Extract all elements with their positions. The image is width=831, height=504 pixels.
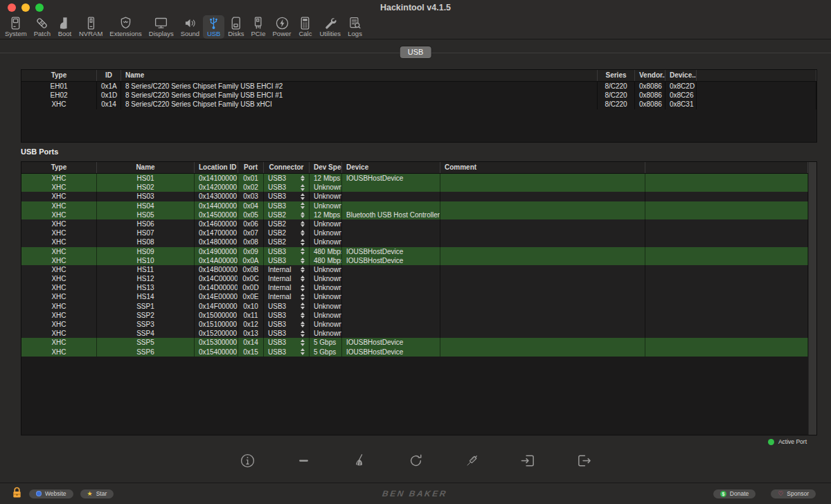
usb-port-row[interactable]: XHC HS06 0x14600000 0x06 USB2 Unknown bbox=[21, 219, 808, 228]
usb-port-row[interactable]: XHC HS03 0x14300000 0x03 USB3 Unknown bbox=[21, 192, 808, 201]
inject-button[interactable] bbox=[461, 450, 482, 471]
port-number: 0x11 bbox=[238, 311, 264, 320]
toolbar-item-usb[interactable]: USB bbox=[203, 15, 224, 39]
column-header-id[interactable]: ID bbox=[97, 70, 121, 81]
port-dev-speed: 480 Mbps bbox=[310, 256, 342, 265]
toolbar-item-disks[interactable]: Disks bbox=[224, 15, 247, 39]
port-number: 0x04 bbox=[238, 201, 264, 210]
connector-dropdown[interactable]: USB3 bbox=[264, 183, 310, 192]
usb-port-row[interactable]: XHC SSP3 0x15100000 0x12 USB3 Unknown bbox=[21, 320, 808, 329]
usb-port-row[interactable]: XHC HS01 0x14100000 0x01 USB3 12 Mbps IO… bbox=[21, 174, 808, 183]
port-location-id: 0x15300000 bbox=[195, 338, 238, 347]
column-header-type[interactable]: Type bbox=[21, 70, 97, 81]
connector-dropdown[interactable]: USB3 bbox=[264, 348, 310, 357]
column-header-location[interactable]: Location ID bbox=[195, 162, 238, 173]
toolbar-item-system[interactable]: System bbox=[1, 15, 30, 39]
import-button[interactable] bbox=[517, 450, 538, 471]
usb-port-row[interactable]: XHC HS11 0x14B00000 0x0B Internal Unknow… bbox=[21, 265, 808, 274]
usb-port-row[interactable]: XHC HS13 0x14D00000 0x0D Internal Unknow… bbox=[21, 283, 808, 292]
column-header-type[interactable]: Type bbox=[21, 162, 97, 173]
connector-dropdown[interactable]: Internal bbox=[264, 283, 310, 292]
column-header-vendor[interactable]: Vendor... bbox=[635, 70, 665, 81]
remove-port-button[interactable] bbox=[293, 450, 314, 471]
usb-port-row[interactable]: XHC SSP5 0x15300000 0x14 USB3 5 Gbps IOU… bbox=[21, 338, 808, 347]
usb-port-row[interactable]: XHC HS05 0x14500000 0x05 USB2 12 Mbps Bl… bbox=[21, 210, 808, 219]
toolbar-item-sound[interactable]: Sound bbox=[177, 15, 203, 39]
connector-dropdown[interactable]: USB3 bbox=[264, 329, 310, 338]
connector-dropdown[interactable]: Internal bbox=[264, 292, 310, 301]
port-number: 0x15 bbox=[238, 348, 264, 357]
toolbar-item-extensions[interactable]: Extensions bbox=[106, 15, 145, 39]
toolbar-item-utilities[interactable]: Utilities bbox=[316, 15, 344, 39]
toolbar-item-boot[interactable]: Boot bbox=[54, 15, 75, 39]
star-button[interactable]: ★ Star bbox=[80, 489, 114, 498]
refresh-button[interactable] bbox=[405, 450, 426, 471]
connector-dropdown[interactable]: USB3 bbox=[264, 311, 310, 320]
toolbar-item-pcie[interactable]: PCIe bbox=[247, 15, 269, 39]
toolbar-item-calc[interactable]: Calc bbox=[294, 15, 316, 39]
column-header-connector[interactable]: Connector bbox=[264, 162, 310, 173]
toolbar-item-patch[interactable]: Patch bbox=[30, 15, 54, 39]
port-location-id: 0x14200000 bbox=[195, 183, 238, 192]
usb-port-row[interactable]: XHC HS09 0x14900000 0x09 USB3 480 Mbps I… bbox=[21, 247, 808, 256]
sponsor-button[interactable]: ♡ Sponsor bbox=[771, 489, 816, 498]
usb-port-row[interactable]: XHC HS12 0x14C00000 0x0C Internal Unknow… bbox=[21, 274, 808, 283]
toolbar-item-displays[interactable]: Displays bbox=[145, 15, 177, 39]
connector-dropdown[interactable]: USB3 bbox=[264, 247, 310, 256]
usb-port-row[interactable]: XHC SSP1 0x14F00000 0x10 USB3 Unknown bbox=[21, 302, 808, 311]
usb-port-row[interactable]: XHC SSP6 0x15400000 0x15 USB3 5 Gbps IOU… bbox=[21, 348, 808, 357]
toolbar-item-logs[interactable]: Logs bbox=[344, 15, 366, 39]
website-button[interactable]: Website bbox=[29, 489, 73, 498]
vertical-scrollbar[interactable] bbox=[808, 162, 816, 435]
connector-dropdown[interactable]: USB3 bbox=[264, 174, 310, 183]
connector-dropdown[interactable]: USB3 bbox=[264, 320, 310, 329]
connector-dropdown[interactable]: USB3 bbox=[264, 201, 310, 210]
controller-row[interactable]: EH01 0x1A 8 Series/C220 Series Chipset F… bbox=[21, 82, 816, 91]
port-type: XHC bbox=[21, 219, 97, 228]
connector-dropdown[interactable]: USB3 bbox=[264, 302, 310, 311]
usb-port-row[interactable]: XHC HS07 0x14700000 0x07 USB2 Unknown bbox=[21, 228, 808, 237]
connector-dropdown[interactable]: USB3 bbox=[264, 256, 310, 265]
connector-dropdown[interactable]: USB2 bbox=[264, 210, 310, 219]
usb-port-row[interactable]: XHC SSP4 0x15200000 0x13 USB3 Unknown bbox=[21, 329, 808, 338]
toolbar-item-power[interactable]: Power bbox=[269, 15, 295, 39]
column-header-dev-speed[interactable]: Dev Speed bbox=[310, 162, 342, 173]
controller-row[interactable]: XHC 0x14 8 Series/C220 Series Chipset Fa… bbox=[21, 100, 816, 109]
toolbar-item-nvram[interactable]: NVRAM bbox=[75, 15, 106, 39]
connector-dropdown[interactable]: Internal bbox=[264, 274, 310, 283]
controller-row[interactable]: EH02 0x1D 8 Series/C220 Series Chipset F… bbox=[21, 91, 816, 100]
port-comment bbox=[440, 311, 645, 320]
usb-port-row[interactable]: XHC HS08 0x14800000 0x08 USB2 Unknown bbox=[21, 237, 808, 246]
column-header-comment[interactable]: Comment bbox=[440, 162, 645, 173]
lock-icon[interactable] bbox=[12, 486, 22, 502]
column-header-device[interactable]: Device... bbox=[665, 70, 697, 81]
port-location-id: 0x14D00000 bbox=[195, 283, 238, 292]
export-button[interactable] bbox=[573, 450, 594, 471]
usb-port-row[interactable]: XHC HS10 0x14A00000 0x0A USB3 480 Mbps I… bbox=[21, 256, 808, 265]
system-icon bbox=[8, 16, 23, 30]
connector-dropdown[interactable]: USB2 bbox=[264, 219, 310, 228]
column-header-name[interactable]: Name bbox=[121, 70, 598, 81]
column-header-port[interactable]: Port bbox=[238, 162, 264, 173]
port-device bbox=[342, 292, 440, 301]
connector-dropdown[interactable]: USB2 bbox=[264, 237, 310, 246]
column-header-device[interactable]: Device bbox=[342, 162, 440, 173]
connector-dropdown[interactable]: USB3 bbox=[264, 338, 310, 347]
tab-usb[interactable]: USB bbox=[400, 46, 431, 58]
donate-button[interactable]: $ Donate bbox=[713, 489, 756, 498]
info-button[interactable] bbox=[237, 450, 258, 471]
port-comment bbox=[440, 320, 645, 329]
column-header-name[interactable]: Name bbox=[97, 162, 195, 173]
usb-port-row[interactable]: XHC SSP2 0x15000000 0x11 USB3 Unknown bbox=[21, 311, 808, 320]
column-header-series[interactable]: Series bbox=[598, 70, 635, 81]
clean-button[interactable] bbox=[349, 450, 370, 471]
connector-dropdown[interactable]: Internal bbox=[264, 265, 310, 274]
usb-port-row[interactable]: XHC HS02 0x14200000 0x02 USB3 Unknown bbox=[21, 183, 808, 192]
usb-port-row[interactable]: XHC HS14 0x14E00000 0x0E Internal Unknow… bbox=[21, 292, 808, 301]
port-number: 0x13 bbox=[238, 329, 264, 338]
connector-dropdown[interactable]: USB3 bbox=[264, 192, 310, 201]
port-dev-speed: 12 Mbps bbox=[310, 210, 342, 219]
connector-dropdown[interactable]: USB2 bbox=[264, 228, 310, 237]
usb-port-row[interactable]: XHC HS04 0x14400000 0x04 USB3 Unknown bbox=[21, 201, 808, 210]
port-type: XHC bbox=[21, 256, 97, 265]
